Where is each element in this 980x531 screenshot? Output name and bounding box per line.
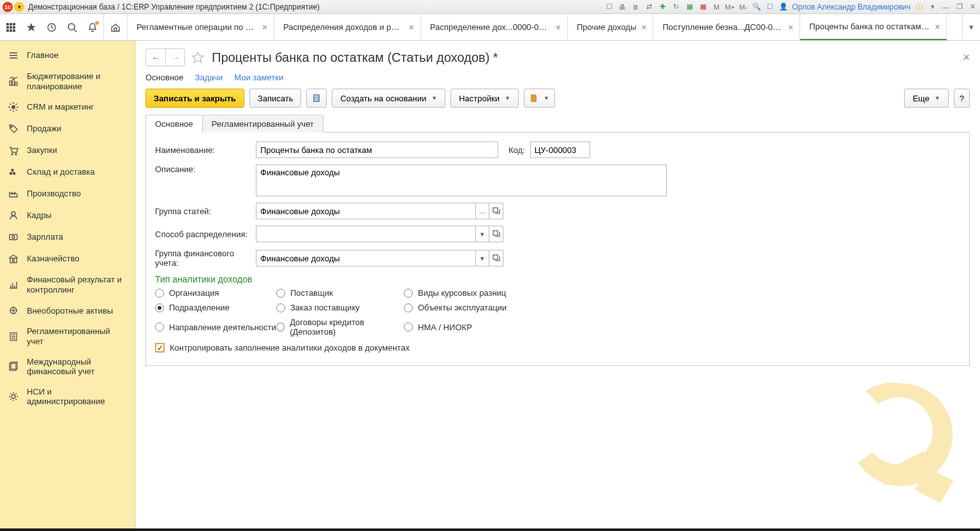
desc-input[interactable]	[256, 164, 667, 196]
home-tab[interactable]	[104, 14, 128, 40]
group-input[interactable]	[256, 203, 475, 219]
sidebar-item-admin[interactable]: НСИ и администрирование	[0, 382, 135, 412]
sidebar-item-prod[interactable]: Производство	[0, 183, 135, 205]
fingroup-input[interactable]	[256, 250, 475, 266]
tb-mminus-icon[interactable]: M-	[738, 2, 748, 11]
group-select-button[interactable]: …	[475, 203, 489, 219]
tab-close-icon[interactable]: ×	[641, 22, 646, 33]
tb-print-icon[interactable]: 🖶	[618, 2, 627, 11]
tb-mplus-icon[interactable]: M+	[725, 2, 734, 11]
save-close-button[interactable]: Записать и закрыть	[145, 89, 244, 108]
tab-close-icon[interactable]: ×	[262, 22, 267, 33]
prod-icon	[8, 188, 19, 200]
sidebar-item-crm[interactable]: CRM и маркетинг	[0, 96, 135, 118]
group-open-button[interactable]	[489, 203, 503, 219]
tab-0[interactable]: Регламентные операции по закр...×	[128, 14, 274, 40]
radio-0[interactable]: Организация	[155, 288, 276, 298]
sidebar-item-budget[interactable]: Бюджетирование и планирование	[0, 66, 135, 96]
svg-point-22	[15, 154, 17, 155]
settings-button[interactable]: Настройки▼	[450, 89, 519, 108]
save-button[interactable]: Записать	[249, 89, 302, 108]
app-menu-icon[interactable]	[4, 20, 18, 34]
sidebar-item-sales[interactable]: Продажи	[0, 118, 135, 140]
dist-dropdown-button[interactable]: ▾	[475, 226, 489, 242]
dist-input[interactable]	[256, 226, 475, 242]
tab-4[interactable]: Поступление безна...ДС00-000023×	[653, 14, 800, 40]
sidebar-item-reg[interactable]: Регламентированный учет	[0, 321, 135, 351]
sidebar-item-treasury[interactable]: Казначейство	[0, 248, 135, 270]
user-name[interactable]: Орлов Александр Владимирович	[792, 3, 910, 11]
window-close-icon[interactable]: ✕	[968, 2, 977, 11]
subnav-notes[interactable]: Мои заметки	[234, 73, 283, 82]
tb-m-icon[interactable]: M	[711, 2, 721, 11]
subnav-main[interactable]: Основное	[145, 73, 184, 82]
radio-7[interactable]: Договоры кредитов (Депозитов)	[276, 317, 404, 337]
tb-calc-plus-icon[interactable]: ✚	[658, 2, 667, 11]
tabs-menu-icon[interactable]: ▾	[962, 14, 980, 40]
report-button[interactable]	[306, 89, 327, 108]
sidebar-item-wh[interactable]: Склад и доставка	[0, 161, 135, 183]
code-input[interactable]	[530, 142, 590, 158]
radio-icon	[155, 289, 164, 298]
control-analytics-checkbox[interactable]: ✓ Контролировать заполнение аналитики до…	[155, 343, 960, 353]
radio-5[interactable]: Объекты эксплуатации	[404, 303, 531, 312]
nav-back-button[interactable]: ←	[146, 49, 165, 66]
tb-info-drop-icon[interactable]: ▾	[928, 2, 937, 11]
attachment-button[interactable]: ▼	[524, 89, 555, 108]
page-close-icon[interactable]: ×	[963, 51, 970, 64]
inner-tab-reg[interactable]: Регламентированный учет	[202, 115, 323, 133]
tb-panel-icon[interactable]: ☐	[765, 2, 775, 11]
tb-compare-icon[interactable]: ⇄	[644, 2, 654, 11]
sidebar-item-purch[interactable]: Закупки	[0, 140, 135, 161]
favorites-icon[interactable]	[24, 20, 38, 34]
more-button[interactable]: Еще▼	[904, 89, 948, 108]
tab-2[interactable]: Распределение дох...0000-000002×	[421, 14, 568, 40]
sidebar-item-menu[interactable]: Главное	[0, 45, 135, 66]
tab-close-icon[interactable]: ×	[788, 22, 793, 33]
radio-4[interactable]: Заказ поставщику	[276, 303, 404, 312]
tb-calc-recycle-icon[interactable]: ↻	[671, 2, 681, 11]
tb-search-icon[interactable]: 🔍	[752, 2, 761, 11]
svg-point-20	[11, 126, 12, 127]
favorite-star-icon[interactable]	[191, 50, 205, 64]
nav-forward-button[interactable]: →	[165, 49, 184, 66]
app-dropdown-icon[interactable]: ▾	[14, 2, 24, 12]
tab-1[interactable]: Распределения доходов и расх...×	[274, 14, 421, 40]
radio-2[interactable]: Виды курсовых разниц	[404, 288, 531, 298]
help-button[interactable]: ?	[954, 89, 970, 108]
tab-close-icon[interactable]: ×	[409, 22, 414, 33]
create-based-button[interactable]: Создать на основании▼	[332, 89, 445, 108]
sidebar-item-salary[interactable]: Зарплата	[0, 226, 135, 248]
fingroup-open-button[interactable]	[489, 250, 503, 266]
sidebar-item-fin[interactable]: Финансовый результат и контроллинг	[0, 270, 135, 300]
radio-8[interactable]: НМА / НИОКР	[404, 317, 531, 337]
tab-label: Прочие доходы	[577, 22, 636, 32]
fingroup-dropdown-button[interactable]: ▾	[475, 250, 489, 266]
sidebar-item-hr[interactable]: Кадры	[0, 205, 135, 226]
notifications-icon[interactable]	[85, 20, 100, 34]
tb-print-preview-icon[interactable]: ☐	[604, 2, 614, 11]
tb-calendar31-icon[interactable]: ▦	[698, 2, 708, 11]
sidebar-item-ifrs[interactable]: Международный финансовый учет	[0, 352, 135, 382]
tb-info-icon[interactable]: ⓘ	[914, 2, 924, 11]
tab-3[interactable]: Прочие доходы×	[568, 14, 653, 40]
treasury-icon	[8, 253, 19, 265]
inner-tab-main[interactable]: Основное	[145, 115, 203, 133]
search-icon[interactable]	[65, 20, 79, 34]
name-input[interactable]	[256, 142, 498, 158]
sidebar-item-assets[interactable]: Внеоборотные активы	[0, 300, 135, 321]
svg-rect-6	[6, 29, 9, 32]
history-icon[interactable]	[45, 20, 59, 34]
tb-doc-icon[interactable]: 🗎	[631, 2, 641, 11]
subnav-tasks[interactable]: Задачи	[195, 73, 223, 82]
radio-3[interactable]: Подразделение	[155, 303, 276, 312]
tab-close-icon[interactable]: ×	[556, 22, 561, 33]
tab-5[interactable]: Проценты банка по остаткам (С...×	[800, 14, 947, 40]
tb-calendar-icon[interactable]: ▦	[685, 2, 694, 11]
dist-open-button[interactable]	[489, 226, 503, 242]
window-minimize-icon[interactable]: —	[941, 2, 951, 11]
radio-6[interactable]: Направление деятельности	[155, 317, 276, 337]
window-maximize-icon[interactable]: ❐	[954, 2, 964, 11]
radio-1[interactable]: Поставщик	[276, 288, 404, 298]
tab-close-icon[interactable]: ×	[935, 22, 940, 32]
